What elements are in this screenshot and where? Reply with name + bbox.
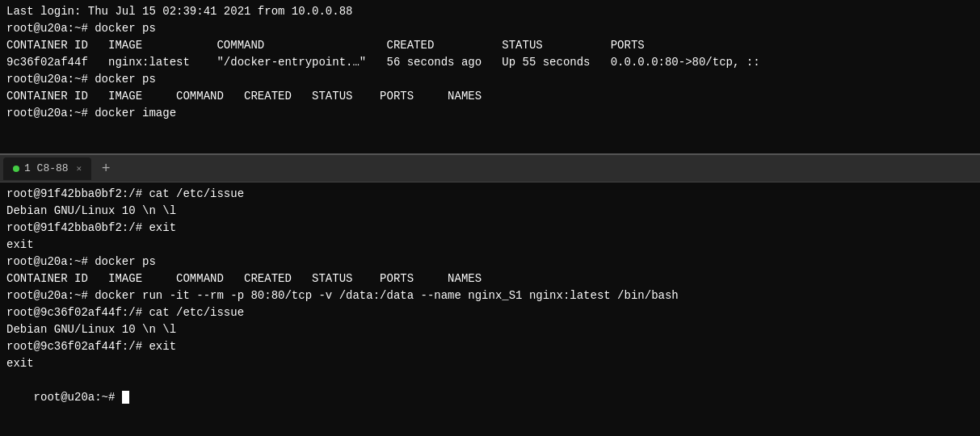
tab-label: 1 C8-88: [24, 162, 69, 174]
terminal-cursor: [122, 391, 129, 404]
tab-bar: 1 C8-88 ✕ +: [0, 155, 980, 182]
tab-close-icon[interactable]: ✕: [77, 163, 82, 174]
bottom-line-12: root@9c36f02af44f:/# exit: [6, 338, 974, 355]
top-line-3: CONTAINER ID IMAGE COMMAND CREATED STATU…: [6, 37, 974, 54]
bottom-terminal-pane[interactable]: root@91f42bba0bf2:/# cat /etc/issue Debi…: [0, 182, 980, 436]
bottom-line-9: root@9c36f02af44f:/# cat /etc/issue: [6, 304, 974, 321]
bottom-line-14: root@u20a:~#: [6, 372, 974, 423]
top-line-5: root@u20a:~# docker ps: [6, 71, 974, 88]
top-line-1: Last login: Thu Jul 15 02:39:41 2021 fro…: [6, 3, 974, 20]
top-line-6: CONTAINER ID IMAGE COMMAND CREATED STATU…: [6, 88, 974, 105]
prompt-text: root@u20a:~#: [34, 391, 122, 404]
bottom-line-1: root@91f42bba0bf2:/# cat /etc/issue: [6, 186, 974, 203]
bottom-line-13: exit: [6, 355, 974, 372]
bottom-line-6: root@u20a:~# docker ps: [6, 254, 974, 270]
top-line-4: 9c36f02af44f nginx:latest "/docker-entry…: [6, 54, 974, 71]
tab-1[interactable]: 1 C8-88 ✕: [3, 157, 91, 180]
tab-add-button[interactable]: +: [95, 157, 117, 180]
bottom-line-2: Debian GNU/Linux 10 \n \l: [6, 203, 974, 220]
top-line-2: root@u20a:~# docker ps: [6, 20, 974, 37]
bottom-line-7: CONTAINER ID IMAGE COMMAND CREATED STATU…: [6, 270, 974, 287]
tab-status-dot: [13, 166, 19, 172]
bottom-line-4: root@91f42bba0bf2:/# exit: [6, 220, 974, 237]
top-terminal-pane: Last login: Thu Jul 15 02:39:41 2021 fro…: [0, 0, 980, 155]
top-line-7: root@u20a:~# docker image: [6, 105, 974, 122]
bottom-line-10: Debian GNU/Linux 10 \n \l: [6, 321, 974, 338]
bottom-line-5: exit: [6, 237, 974, 254]
bottom-line-8: root@u20a:~# docker run -it --rm -p 80:8…: [6, 287, 974, 304]
